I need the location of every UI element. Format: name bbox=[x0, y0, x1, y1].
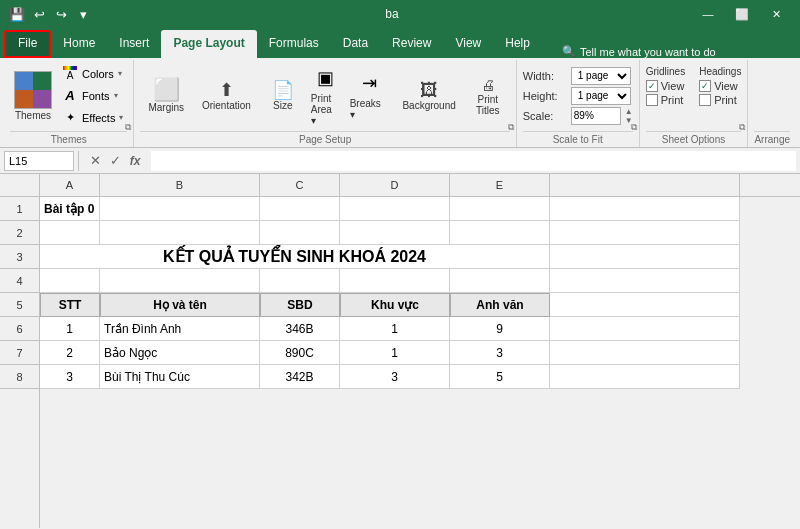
fonts-button[interactable]: A Fonts ▾ bbox=[58, 85, 127, 107]
tab-file[interactable]: File bbox=[4, 30, 51, 58]
row-header-3[interactable]: 3 bbox=[0, 245, 39, 269]
cell-d1[interactable] bbox=[340, 197, 450, 221]
cell-e7[interactable]: 3 bbox=[450, 341, 550, 365]
width-select[interactable]: 1 page bbox=[571, 67, 631, 85]
cell-f4[interactable] bbox=[550, 269, 740, 293]
cell-b5[interactable]: Họ và tên bbox=[100, 293, 260, 317]
cell-c6[interactable]: 346B bbox=[260, 317, 340, 341]
cell-e6[interactable]: 9 bbox=[450, 317, 550, 341]
cell-c5[interactable]: SBD bbox=[260, 293, 340, 317]
cell-ref-box[interactable]: L15 bbox=[4, 151, 74, 171]
formula-input[interactable] bbox=[151, 151, 796, 171]
print-area-label[interactable]: PrintArea ▾ bbox=[307, 91, 344, 127]
colors-button[interactable]: A Colors ▾ bbox=[58, 63, 127, 85]
cell-a2[interactable] bbox=[40, 221, 100, 245]
tab-data[interactable]: Data bbox=[331, 30, 380, 58]
background-button[interactable]: 🖼 Background bbox=[394, 79, 463, 113]
cell-b1[interactable] bbox=[100, 197, 260, 221]
tab-pagelayout[interactable]: Page Layout bbox=[161, 30, 256, 58]
headings-view-checkbox[interactable] bbox=[699, 80, 711, 92]
sheetoptions-expand[interactable]: ⧉ bbox=[739, 122, 745, 133]
orientation-button[interactable]: ⬆ Orientation bbox=[194, 79, 259, 113]
col-header-f[interactable] bbox=[550, 174, 740, 196]
row-header-2[interactable]: 2 bbox=[0, 221, 39, 245]
redo-icon[interactable]: ↪ bbox=[52, 5, 70, 23]
row-header-1[interactable]: 1 bbox=[0, 197, 39, 221]
cancel-icon[interactable]: ✕ bbox=[87, 153, 103, 168]
print-titles-button[interactable]: 🖨 PrintTitles bbox=[466, 73, 510, 118]
col-header-b[interactable]: B bbox=[100, 174, 260, 196]
cell-d4[interactable] bbox=[340, 269, 450, 293]
cell-e4[interactable] bbox=[450, 269, 550, 293]
cell-e1[interactable] bbox=[450, 197, 550, 221]
row-header-6[interactable]: 6 bbox=[0, 317, 39, 341]
cell-f7[interactable] bbox=[550, 341, 740, 365]
cell-b7[interactable]: Bảo Ngọc bbox=[100, 341, 260, 365]
tab-help[interactable]: Help bbox=[493, 30, 542, 58]
cell-f2[interactable] bbox=[550, 221, 740, 245]
tab-formulas[interactable]: Formulas bbox=[257, 30, 331, 58]
cell-e5[interactable]: Anh văn bbox=[450, 293, 550, 317]
dropdown-icon[interactable]: ▾ bbox=[74, 5, 92, 23]
gridlines-print-checkbox[interactable] bbox=[646, 94, 658, 106]
minimize-button[interactable]: — bbox=[692, 4, 724, 24]
col-header-a[interactable]: A bbox=[40, 174, 100, 196]
cell-d7[interactable]: 1 bbox=[340, 341, 450, 365]
breaks-button[interactable]: ⇥ Breaks ▾ bbox=[346, 70, 393, 121]
pagesetup-expand[interactable]: ⧉ bbox=[508, 122, 514, 133]
margins-button[interactable]: ⬜ Margins bbox=[140, 77, 192, 115]
cell-f8[interactable] bbox=[550, 365, 740, 389]
cell-a7[interactable]: 2 bbox=[40, 341, 100, 365]
print-area-top[interactable]: ▣ bbox=[307, 65, 344, 91]
row-header-4[interactable]: 4 bbox=[0, 269, 39, 293]
size-button[interactable]: 📄 Size bbox=[261, 79, 305, 113]
tab-insert[interactable]: Insert bbox=[107, 30, 161, 58]
themes-button[interactable]: Themes bbox=[10, 69, 56, 123]
tab-home[interactable]: Home bbox=[51, 30, 107, 58]
cell-c1[interactable] bbox=[260, 197, 340, 221]
print-area-button[interactable]: ▣ PrintArea ▾ bbox=[307, 65, 344, 127]
effects-button[interactable]: ✦ Effects ▾ bbox=[58, 107, 127, 129]
cell-b8[interactable]: Bùi Thị Thu Cúc bbox=[100, 365, 260, 389]
cell-a4[interactable] bbox=[40, 269, 100, 293]
maximize-button[interactable]: ⬜ bbox=[726, 4, 758, 24]
scale-input[interactable] bbox=[571, 107, 621, 125]
height-select[interactable]: 1 page bbox=[571, 87, 631, 105]
themes-expand[interactable]: ⧉ bbox=[125, 122, 131, 133]
cell-d8[interactable]: 3 bbox=[340, 365, 450, 389]
cell-f1[interactable] bbox=[550, 197, 740, 221]
col-header-e[interactable]: E bbox=[450, 174, 550, 196]
cell-a1[interactable]: Bài tập 0 bbox=[40, 197, 100, 221]
breaks-top[interactable]: ⇥ bbox=[346, 70, 393, 96]
gridlines-view-checkbox[interactable] bbox=[646, 80, 658, 92]
scaletofit-expand[interactable]: ⧉ bbox=[631, 122, 637, 133]
cell-d6[interactable]: 1 bbox=[340, 317, 450, 341]
col-header-c[interactable]: C bbox=[260, 174, 340, 196]
cell-c4[interactable] bbox=[260, 269, 340, 293]
cell-d2[interactable] bbox=[340, 221, 450, 245]
cell-e8[interactable]: 5 bbox=[450, 365, 550, 389]
cell-a8[interactable]: 3 bbox=[40, 365, 100, 389]
breaks-label[interactable]: Breaks ▾ bbox=[346, 96, 393, 121]
cell-f6[interactable] bbox=[550, 317, 740, 341]
cell-d5[interactable]: Khu vực bbox=[340, 293, 450, 317]
close-button[interactable]: ✕ bbox=[760, 4, 792, 24]
cell-b6[interactable]: Trần Đình Anh bbox=[100, 317, 260, 341]
cell-a5[interactable]: STT bbox=[40, 293, 100, 317]
cell-c7[interactable]: 890C bbox=[260, 341, 340, 365]
cell-b4[interactable] bbox=[100, 269, 260, 293]
cell-f3[interactable] bbox=[550, 245, 740, 269]
cell-c8[interactable]: 342B bbox=[260, 365, 340, 389]
cell-b2[interactable] bbox=[100, 221, 260, 245]
cell-f5[interactable] bbox=[550, 293, 740, 317]
cell-merged-title[interactable]: KẾT QUẢ TUYỂN SINH KHOÁ 2024 bbox=[40, 245, 550, 269]
row-header-7[interactable]: 7 bbox=[0, 341, 39, 365]
tab-view[interactable]: View bbox=[443, 30, 493, 58]
confirm-icon[interactable]: ✓ bbox=[107, 153, 123, 168]
row-header-8[interactable]: 8 bbox=[0, 365, 39, 389]
cell-c2[interactable] bbox=[260, 221, 340, 245]
tab-review[interactable]: Review bbox=[380, 30, 443, 58]
cell-e2[interactable] bbox=[450, 221, 550, 245]
row-header-5[interactable]: 5 bbox=[0, 293, 39, 317]
tell-me[interactable]: 🔍 Tell me what you want to do bbox=[542, 45, 796, 58]
